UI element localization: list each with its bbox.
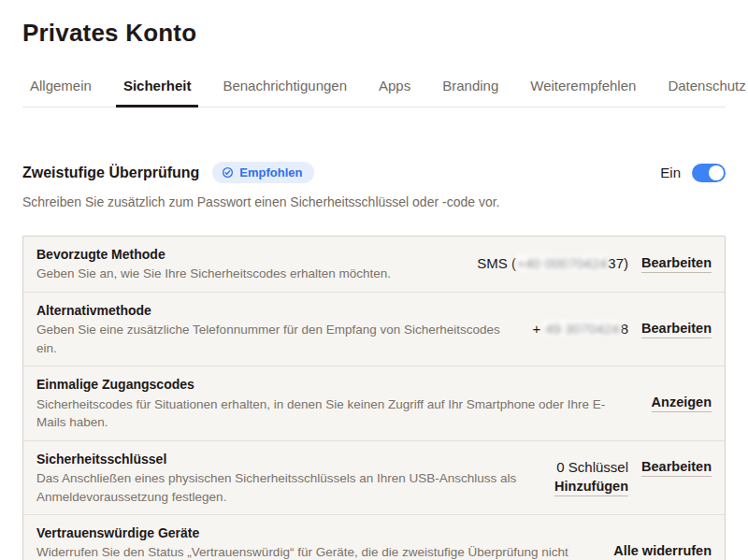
row-action-link[interactable]: Alle widerrufen <box>613 543 712 560</box>
two-step-heading: Zweistufige Überprüfung <box>22 165 199 181</box>
page-title: Privates Konto <box>22 0 726 48</box>
row-description: Sicherheitscodes für Situationen erhalte… <box>36 395 635 432</box>
row-description: Geben Sie an, wie Sie Ihre Sicherheitsco… <box>36 265 460 283</box>
toggle-knob <box>709 165 724 180</box>
settings-tab-bar: AllgemeinSicherheitBenachrichtigungenApp… <box>22 72 726 108</box>
row-description: Geben Sie eine zusätzliche Telefonnummer… <box>36 321 516 357</box>
row-action-link[interactable]: Anzeigen <box>652 395 712 412</box>
redacted-value: +40 00070424 <box>516 255 608 271</box>
two-step-section-header: Zweistufige Überprüfung Empfohlen Ein <box>22 162 726 183</box>
tab-datenschutz[interactable]: Datenschutz <box>660 72 748 108</box>
row-title: Alternativmethode <box>36 301 516 320</box>
row-title: Vertrauenswürdige Geräte <box>36 524 597 542</box>
recommended-badge: Empfohlen <box>212 162 313 183</box>
tab-weiterempfehlen[interactable]: Weiterempfehlen <box>523 72 643 108</box>
two-step-description: Schreiben Sie zusätzlich zum Passwort ei… <box>22 194 726 209</box>
row-title: Einmalige Zugangscodes <box>36 375 635 394</box>
settings-row: Vertrauenswürdige Geräte Widerrufen Sie … <box>23 514 725 560</box>
account-settings-page: Privates Konto AllgemeinSicherheitBenach… <box>0 0 748 560</box>
row-description: Widerrufen Sie den Status „Vertrauenswür… <box>36 543 597 560</box>
tab-allgemein[interactable]: Allgemein <box>22 72 99 108</box>
toggle-state-label: Ein <box>660 165 681 180</box>
row-action-link[interactable]: Bearbeiten <box>641 321 712 338</box>
tab-sicherheit[interactable]: Sicherheit <box>116 72 199 108</box>
row-sub-action-link[interactable]: Hinzufügen <box>554 479 628 496</box>
settings-row: Alternativmethode Geben Sie eine zusätzl… <box>23 292 725 366</box>
redacted-value: 49 3070424 <box>544 321 620 337</box>
row-title: Bevorzugte Methode <box>36 245 460 264</box>
settings-row: Bevorzugte Methode Geben Sie an, wie Sie… <box>23 237 725 292</box>
recommended-badge-label: Empfohlen <box>239 165 302 179</box>
two-step-settings-table: Bevorzugte Methode Geben Sie an, wie Sie… <box>22 236 726 560</box>
row-value: SMS (+40 0007042437) <box>477 255 628 271</box>
row-title: Sicherheitsschlüssel <box>36 450 538 468</box>
settings-row: Einmalige Zugangscodes Sicherheitscodes … <box>23 366 725 439</box>
row-value: 0 Schlüssel Hinzufügen <box>554 459 628 496</box>
row-value: + 49 30704248 <box>533 321 629 337</box>
tab-benachrichtigungen[interactable]: Benachrichtigungen <box>215 72 354 108</box>
settings-row: Sicherheitsschlüssel Das Anschließen ein… <box>23 440 725 514</box>
tab-apps[interactable]: Apps <box>371 72 418 108</box>
row-action-link[interactable]: Bearbeiten <box>641 459 712 477</box>
row-action-link[interactable]: Bearbeiten <box>641 255 712 273</box>
row-description: Das Anschließen eines physischen Sicherh… <box>36 469 538 506</box>
two-step-toggle[interactable] <box>692 164 726 182</box>
check-circle-icon <box>222 166 234 179</box>
tab-branding[interactable]: Branding <box>435 72 506 108</box>
